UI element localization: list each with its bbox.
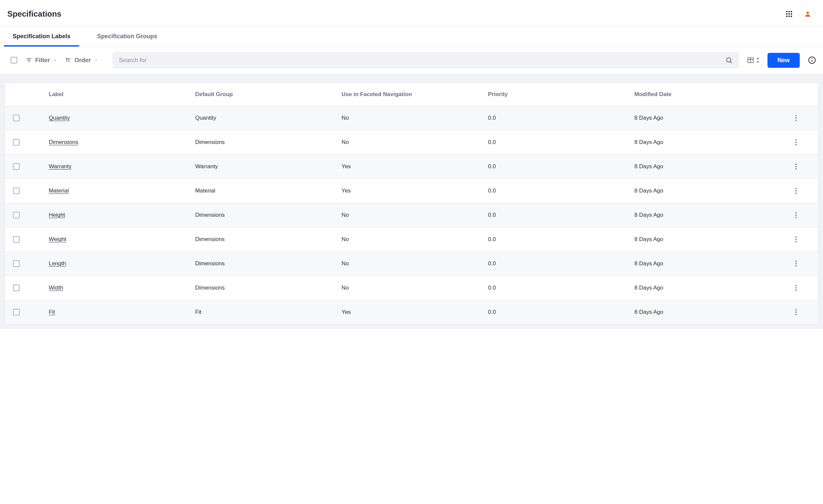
apps-menu-button[interactable] <box>783 8 795 20</box>
row-actions-button[interactable] <box>791 308 801 317</box>
row-checkbox[interactable] <box>13 187 20 194</box>
row-actions-button[interactable] <box>791 210 801 220</box>
row-actions-button[interactable] <box>791 162 801 171</box>
cell-priority: 0.0 <box>481 252 628 276</box>
user-avatar-button[interactable] <box>800 6 816 22</box>
tabs-nav: Specification Labels Specification Group… <box>0 27 823 47</box>
cell-modified: 8 Days Ago <box>628 276 774 300</box>
cell-modified: 8 Days Ago <box>628 227 774 252</box>
filter-label: Filter <box>35 57 50 64</box>
cell-modified: 8 Days Ago <box>628 203 774 227</box>
cell-priority: 0.0 <box>481 203 628 227</box>
cell-priority: 0.0 <box>481 155 628 179</box>
cell-modified: 8 Days Ago <box>628 106 774 130</box>
col-label[interactable]: Label <box>42 83 188 106</box>
col-priority[interactable]: Priority <box>481 83 628 106</box>
view-switcher-button[interactable] <box>747 56 760 64</box>
svg-point-42 <box>795 261 797 262</box>
toolbar: Filter Order New <box>0 47 823 73</box>
label-link[interactable]: Width <box>49 285 63 291</box>
row-checkbox[interactable] <box>13 285 20 291</box>
table-row: Warranty Warranty Yes 0.0 8 Days Ago <box>5 155 818 179</box>
row-actions-button[interactable] <box>791 235 801 244</box>
new-button[interactable]: New <box>768 53 800 68</box>
svg-rect-7 <box>789 16 790 17</box>
cell-default-group: Fit <box>188 300 335 324</box>
svg-rect-4 <box>789 13 790 15</box>
row-actions-button[interactable] <box>791 283 801 293</box>
tab-specification-labels[interactable]: Specification Labels <box>4 27 79 46</box>
cell-default-group: Dimensions <box>188 203 335 227</box>
kebab-icon <box>795 139 797 145</box>
svg-point-31 <box>795 166 797 167</box>
kebab-icon <box>795 261 797 267</box>
label-link[interactable]: Length <box>49 260 66 267</box>
table-row: Fit Fit Yes 0.0 8 Days Ago <box>5 300 818 324</box>
svg-point-28 <box>795 142 797 143</box>
svg-point-33 <box>795 188 797 189</box>
label-link[interactable]: Quantity <box>49 115 70 121</box>
table-row: Weight Dimensions No 0.0 8 Days Ago <box>5 227 818 252</box>
table-row: Length Dimensions No 0.0 8 Days Ago <box>5 252 818 276</box>
cell-default-group: Quantity <box>188 106 335 130</box>
sort-icon <box>65 57 71 63</box>
label-link[interactable]: Weight <box>49 236 66 242</box>
row-checkbox[interactable] <box>13 139 20 146</box>
svg-point-44 <box>795 265 797 267</box>
cell-priority: 0.0 <box>481 300 628 324</box>
svg-point-27 <box>795 139 797 141</box>
cell-faceted: Yes <box>335 179 481 203</box>
row-checkbox[interactable] <box>13 309 20 316</box>
label-link[interactable]: Dimensions <box>49 139 78 145</box>
col-faceted-nav[interactable]: Use in Faceted Navigation <box>335 83 481 106</box>
cell-priority: 0.0 <box>481 276 628 300</box>
label-link[interactable]: Warranty <box>49 163 71 170</box>
svg-point-24 <box>795 115 797 116</box>
col-default-group[interactable]: Default Group <box>188 83 335 106</box>
cell-faceted: Yes <box>335 300 481 324</box>
svg-point-46 <box>795 287 797 289</box>
svg-point-43 <box>795 263 797 264</box>
label-link[interactable]: Height <box>49 212 65 218</box>
row-checkbox[interactable] <box>13 212 20 218</box>
cell-default-group: Dimensions <box>188 276 335 300</box>
cell-priority: 0.0 <box>481 179 628 203</box>
svg-point-29 <box>795 144 797 145</box>
row-checkbox[interactable] <box>13 236 20 243</box>
page-header: Specifications <box>0 0 823 27</box>
row-checkbox[interactable] <box>13 260 20 267</box>
row-actions-button[interactable] <box>791 138 801 147</box>
col-modified-date[interactable]: Modified Date <box>628 83 774 106</box>
select-all-checkbox[interactable] <box>11 57 17 63</box>
table-row: Width Dimensions No 0.0 8 Days Ago <box>5 276 818 300</box>
svg-point-40 <box>795 239 797 240</box>
svg-point-36 <box>795 212 797 213</box>
cell-default-group: Dimensions <box>188 130 335 155</box>
row-checkbox[interactable] <box>13 163 20 170</box>
cell-default-group: Warranty <box>188 155 335 179</box>
cell-modified: 8 Days Ago <box>628 155 774 179</box>
svg-rect-3 <box>786 13 788 15</box>
filter-button[interactable]: Filter <box>26 57 57 64</box>
row-checkbox[interactable] <box>13 115 20 121</box>
svg-point-47 <box>795 290 797 291</box>
row-actions-button[interactable] <box>791 259 801 268</box>
label-link[interactable]: Material <box>49 187 69 194</box>
kebab-icon <box>795 164 797 170</box>
svg-point-32 <box>795 168 797 170</box>
tab-specification-groups[interactable]: Specification Groups <box>89 27 166 46</box>
svg-point-23 <box>812 58 812 59</box>
cell-priority: 0.0 <box>481 106 628 130</box>
row-actions-button[interactable] <box>791 186 801 195</box>
order-button[interactable]: Order <box>65 57 98 64</box>
search-input[interactable] <box>119 57 725 64</box>
svg-point-41 <box>795 241 797 242</box>
info-button[interactable] <box>808 56 816 64</box>
row-actions-button[interactable] <box>791 113 801 123</box>
svg-rect-6 <box>786 16 788 17</box>
label-link[interactable]: Fit <box>49 309 55 315</box>
cell-priority: 0.0 <box>481 130 628 155</box>
cell-faceted: No <box>335 276 481 300</box>
search-field[interactable] <box>113 52 739 68</box>
cell-modified: 8 Days Ago <box>628 130 774 155</box>
